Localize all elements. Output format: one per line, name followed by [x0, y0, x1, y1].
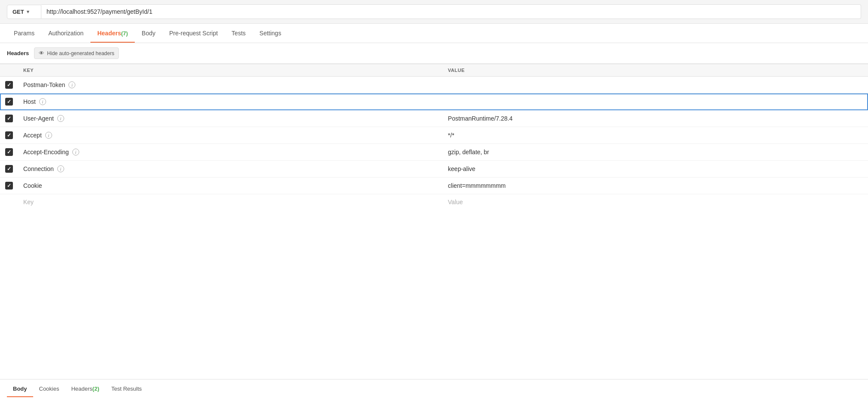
row-value-cell [443, 93, 868, 110]
table-row[interactable]: KeyValue [0, 194, 868, 210]
check-icon: ✓ [7, 166, 11, 172]
row-checkbox-cell: ✓ [0, 77, 18, 93]
row-checkbox-cell: ✓ [0, 161, 18, 177]
value-text: gzip, deflate, br [448, 149, 489, 155]
method-selector[interactable]: GET ▾ [7, 5, 41, 19]
row-value-cell [443, 77, 868, 93]
tab-settings[interactable]: Settings [253, 24, 288, 43]
check-icon: ✓ [7, 183, 11, 189]
row-value-cell: client=mmmmmmmm [443, 177, 868, 194]
value-text: keep-alive [448, 165, 475, 172]
check-icon: ✓ [7, 99, 11, 105]
section-header: Headers 👁 Hide auto-generated headers [0, 43, 868, 64]
section-title: Headers [7, 50, 29, 56]
checkbox-wrap: ✓ [5, 165, 13, 173]
table-row[interactable]: ✓Accept-Encodingigzip, deflate, br [0, 144, 868, 161]
row-value-cell: */* [443, 127, 868, 144]
key-cell-content: Postman-Tokeni [23, 81, 437, 88]
check-icon: ✓ [7, 132, 11, 138]
tab-params[interactable]: Params [7, 24, 41, 43]
table-row[interactable]: ✓Cookieclient=mmmmmmmm [0, 177, 868, 194]
row-checkbox-cell: ✓ [0, 93, 18, 110]
hide-auto-headers-button[interactable]: 👁 Hide auto-generated headers [34, 47, 119, 59]
row-key-cell: Connectioni [18, 161, 443, 177]
key-text: Connection [23, 165, 54, 172]
checkbox[interactable]: ✓ [5, 98, 13, 106]
key-placeholder: Key [23, 199, 34, 205]
checkbox[interactable]: ✓ [5, 81, 13, 89]
row-key-cell: Cookie [18, 177, 443, 194]
col-header-check [0, 64, 18, 77]
row-checkbox-cell: ✓ [0, 144, 18, 161]
key-text: User-Agent [23, 115, 54, 122]
row-value-cell: gzip, deflate, br [443, 144, 868, 161]
checkbox[interactable]: ✓ [5, 182, 13, 190]
row-key-cell: Accept-Encodingi [18, 144, 443, 161]
key-text: Cookie [23, 182, 42, 189]
tab-headers[interactable]: Headers(7) [90, 24, 135, 43]
content-area: Headers 👁 Hide auto-generated headers KE… [0, 43, 868, 210]
eye-icon: 👁 [39, 50, 44, 56]
col-header-key: KEY [18, 64, 443, 77]
checkbox-wrap: ✓ [5, 115, 13, 122]
key-text: Accept [23, 132, 42, 139]
url-input[interactable] [41, 4, 861, 19]
row-value-cell: PostmanRuntime/7.28.4 [443, 110, 868, 127]
checkbox[interactable]: ✓ [5, 148, 13, 156]
info-icon[interactable]: i [39, 98, 46, 105]
row-value-cell: Value [443, 194, 868, 210]
tab-body[interactable]: Body [135, 24, 162, 43]
info-icon[interactable]: i [57, 115, 64, 122]
table-row[interactable]: ✓Postman-Tokeni [0, 77, 868, 93]
checkbox-wrap: ✓ [5, 182, 13, 190]
method-chevron: ▾ [27, 9, 29, 15]
row-key-cell: Postman-Tokeni [18, 77, 443, 93]
row-key-cell: Hosti [18, 93, 443, 110]
key-cell-content: User-Agenti [23, 115, 437, 122]
info-icon[interactable]: i [68, 81, 75, 88]
key-cell-content: Cookie [23, 182, 437, 189]
row-checkbox-cell: ✓ [0, 110, 18, 127]
info-icon[interactable]: i [57, 165, 64, 172]
row-checkbox-cell: ✓ [0, 127, 18, 144]
row-key-cell: User-Agenti [18, 110, 443, 127]
col-header-value: VALUE [443, 64, 868, 77]
tab-pre-request[interactable]: Pre-request Script [162, 24, 225, 43]
checkbox[interactable]: ✓ [5, 165, 13, 173]
checkbox-wrap: ✓ [5, 148, 13, 156]
row-checkbox-cell [0, 194, 18, 210]
key-cell-content: Accept-Encodingi [23, 149, 437, 155]
row-key-cell: Accepti [18, 127, 443, 144]
tab-authorization[interactable]: Authorization [41, 24, 90, 43]
headers-table: KEY VALUE ✓Postman-Tokeni✓Hosti✓User-Age… [0, 64, 868, 210]
info-icon[interactable]: i [72, 149, 79, 155]
info-icon[interactable]: i [45, 132, 52, 139]
request-tabs: Params Authorization Headers(7) Body Pre… [0, 24, 868, 43]
value-text: client=mmmmmmmm [448, 182, 505, 189]
row-checkbox-cell: ✓ [0, 177, 18, 194]
check-icon: ✓ [7, 115, 11, 121]
checkbox[interactable]: ✓ [5, 115, 13, 122]
row-value-cell: keep-alive [443, 161, 868, 177]
table-row[interactable]: ✓Connectionikeep-alive [0, 161, 868, 177]
checkbox[interactable]: ✓ [5, 131, 13, 139]
key-cell-content: Accepti [23, 132, 437, 139]
method-label: GET [12, 9, 24, 15]
value-text: PostmanRuntime/7.28.4 [448, 115, 512, 122]
tab-tests[interactable]: Tests [225, 24, 253, 43]
key-text: Accept-Encoding [23, 149, 69, 155]
checkbox-wrap: ✓ [5, 98, 13, 106]
table-row[interactable]: ✓Hosti [0, 93, 868, 110]
checkbox-wrap: ✓ [5, 131, 13, 139]
key-text: Postman-Token [23, 81, 65, 88]
value-placeholder: Value [448, 199, 463, 205]
table-row[interactable]: ✓User-AgentiPostmanRuntime/7.28.4 [0, 110, 868, 127]
key-text: Host [23, 98, 36, 105]
table-row[interactable]: ✓Accepti*/* [0, 127, 868, 144]
check-icon: ✓ [7, 82, 11, 88]
check-icon: ✓ [7, 149, 11, 155]
value-text: */* [448, 132, 454, 139]
row-key-cell: Key [18, 194, 443, 210]
url-bar: GET ▾ [0, 0, 868, 24]
checkbox-wrap: ✓ [5, 81, 13, 89]
